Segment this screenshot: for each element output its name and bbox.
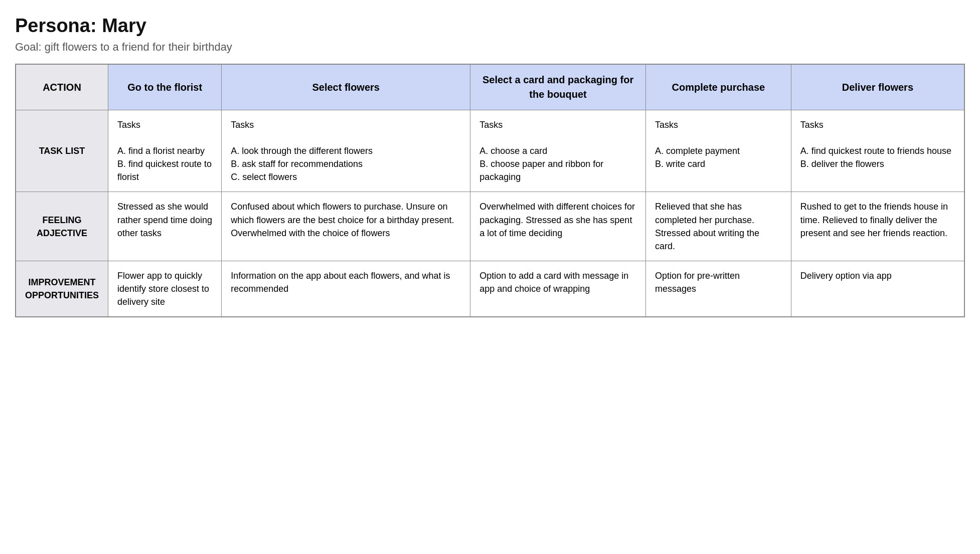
improvement-label: IMPROVEMENT OPPORTUNITIES: [16, 261, 108, 317]
page-subtitle: Goal: gift flowers to a friend for their…: [15, 41, 965, 54]
feeling-cell-4: Rushed to get to the friends house in ti…: [791, 192, 964, 261]
task-list-cell-3: Tasks A. complete payment B. write card: [645, 110, 791, 192]
improvement-cell-3: Option for pre-written messages: [645, 261, 791, 317]
task-list-cell-4: Tasks A. find quickest route to friends …: [791, 110, 964, 192]
feeling-adjective-row: FEELING ADJECTIVE Stressed as she would …: [16, 192, 964, 261]
task-list-label: TASK LIST: [16, 110, 108, 192]
page-title: Persona: Mary: [15, 15, 965, 37]
col-header-3: Complete purchase: [645, 64, 791, 110]
journey-map-table: ACTION Go to the florist Select flowers …: [15, 64, 965, 317]
task-list-cell-2: Tasks A. choose a card B. choose paper a…: [470, 110, 646, 192]
col-header-0: Go to the florist: [108, 64, 222, 110]
task-list-row: TASK LIST Tasks A. find a florist nearby…: [16, 110, 964, 192]
feeling-cell-3: Relieved that she has completed her purc…: [645, 192, 791, 261]
feeling-cell-2: Overwhelmed with different choices for p…: [470, 192, 646, 261]
improvement-cell-4: Delivery option via app: [791, 261, 964, 317]
improvement-cell-0: Flower app to quickly identify store clo…: [108, 261, 222, 317]
col-header-1: Select flowers: [222, 64, 470, 110]
action-header: ACTION: [16, 64, 108, 110]
feeling-label: FEELING ADJECTIVE: [16, 192, 108, 261]
improvement-cell-2: Option to add a card with message in app…: [470, 261, 646, 317]
improvement-cell-1: Information on the app about each flower…: [222, 261, 470, 317]
task-list-cell-1: Tasks A. look through the different flow…: [222, 110, 470, 192]
task-list-cell-0: Tasks A. find a florist nearby B. find q…: [108, 110, 222, 192]
feeling-cell-1: Confused about which flowers to purchase…: [222, 192, 470, 261]
table-header-row: ACTION Go to the florist Select flowers …: [16, 64, 964, 110]
col-header-4: Deliver flowers: [791, 64, 964, 110]
col-header-2: Select a card and packaging for the bouq…: [470, 64, 646, 110]
improvement-row: IMPROVEMENT OPPORTUNITIES Flower app to …: [16, 261, 964, 317]
feeling-cell-0: Stressed as she would rather spend time …: [108, 192, 222, 261]
